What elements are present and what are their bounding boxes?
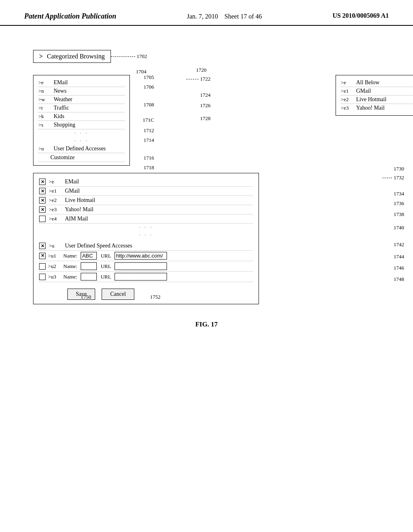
name-input-u2[interactable]: [81, 262, 97, 270]
ref-1748: 1748: [394, 276, 404, 283]
url-label-u2: URL: [101, 263, 111, 270]
url-label-u1: URL: [101, 253, 111, 259]
name-label-u1: Name:: [63, 253, 77, 259]
email-hotmail-row: >e2 Live Hotmail: [341, 96, 413, 104]
ref-1726: 1726: [200, 102, 211, 109]
cat-shopping-row: >s Shopping: [38, 121, 125, 129]
name-input-u1[interactable]: [81, 252, 97, 260]
speed-u1-key: >u1: [48, 253, 61, 259]
name-input-u3[interactable]: [81, 273, 97, 281]
cat-kids-label: Kids: [54, 113, 64, 120]
name-label-u3: Name:: [63, 274, 77, 280]
categorized-browsing-label: Categorized Browsing: [47, 53, 105, 60]
cat-email-label: EMail: [54, 79, 68, 86]
dot-separator-1: · · ·: [38, 129, 125, 137]
categorized-browsing-box: > Categorized Browsing: [33, 50, 111, 63]
dot-separator-2: · · ·: [38, 137, 125, 145]
cat-traffic-key: >t: [38, 105, 50, 111]
email-hotmail-label: Live Hotmail: [356, 96, 386, 103]
ref-1710: 171C: [143, 117, 154, 123]
ref-1752: 1752: [150, 294, 161, 300]
ref-1742: 1742: [394, 241, 404, 248]
cat-shopping-key: >s: [38, 122, 50, 128]
ref-1732: 1732: [394, 175, 404, 181]
checkbox-speed-header[interactable]: [39, 243, 46, 249]
email-allbelow-key: >e: [341, 79, 352, 86]
middle-section: >e EMail >n News >w Weather >t Traffic: [33, 75, 380, 166]
checkbox-gmail[interactable]: [39, 188, 46, 194]
check-gmail-row: >e1 GMail: [39, 187, 253, 196]
checkbox-aim[interactable]: [39, 216, 46, 222]
speed-u3-row: >u3 Name: URL: [39, 272, 253, 282]
dot-sep-bottom-2: · · ·: [39, 231, 253, 239]
ref-1744: 1744: [394, 254, 404, 260]
customize-row: Customize: [38, 153, 125, 162]
check-yahoo-row: >e3 Yahoo! Mail: [39, 205, 253, 214]
ref-1714: 1714: [144, 137, 154, 143]
cat-email-row: >e EMail: [38, 79, 125, 87]
ref-1738: 1738: [394, 211, 404, 218]
cat-kids-key: >k: [38, 113, 50, 120]
ref-1736: 1736: [394, 200, 404, 207]
url-input-u2[interactable]: [115, 262, 167, 270]
speed-u3-key: >u3: [48, 274, 61, 280]
cancel-button[interactable]: Cancel: [102, 289, 134, 300]
email-gmail-key: >e1: [341, 88, 352, 94]
check-yahoo-label: Yahoo! Mail: [65, 206, 94, 213]
cat-weather-key: >w: [38, 96, 50, 103]
checkbox-email[interactable]: [39, 179, 46, 185]
bottom-section: >e EMail >e1 GMail >e2 Live Hotmail >e3 …: [33, 173, 380, 304]
email-allbelow-label: All Below: [356, 79, 380, 86]
checkbox-hotmail[interactable]: [39, 197, 46, 204]
check-hotmail-label: Live Hotmail: [65, 197, 95, 204]
ref-1722-wrapper: 1722: [186, 76, 211, 82]
speed-u2-row: >u2 Name: URL: [39, 261, 253, 272]
email-gmail-row: >e1 GMail: [341, 87, 413, 96]
ref-1706: 1706: [144, 84, 154, 90]
cat-userdef-row: >u User Defined Accesses: [38, 145, 125, 153]
email-subbox: >e All Below >e1 GMail >e2 Live Hotmail …: [336, 75, 413, 116]
big-box: >e EMail >e1 GMail >e2 Live Hotmail >e3 …: [33, 173, 259, 304]
check-email-row: >e EMail: [39, 177, 253, 187]
check-yahoo-key: >e3: [49, 206, 62, 213]
speed-header-key: >u: [49, 243, 62, 249]
ref-1750: 1750: [81, 294, 91, 300]
ref-1724: 1724: [200, 92, 211, 98]
dot-sep-bottom-1: · · ·: [39, 224, 253, 231]
email-yahoo-key: >e3: [341, 105, 352, 111]
cat-news-row: >n News: [38, 87, 125, 96]
diagram-wrapper: > Categorized Browsing 1702 1704 >e: [33, 50, 380, 304]
url-input-u3[interactable]: [115, 273, 167, 281]
ref-1732-wrapper: 1732: [382, 175, 404, 181]
check-hotmail-key: >e2: [49, 197, 62, 204]
cat-news-label: News: [54, 88, 67, 94]
email-gmail-label: GMail: [356, 88, 371, 94]
checkbox-u1[interactable]: [39, 253, 46, 259]
email-allbelow-row: >e All Below: [341, 79, 413, 87]
cat-shopping-label: Shopping: [54, 122, 75, 128]
checkbox-yahoo[interactable]: [39, 206, 46, 213]
cat-email-key: >e: [38, 79, 50, 86]
cat-weather-label: Weather: [54, 96, 72, 103]
ref-1718: 1718: [144, 164, 154, 171]
publication-title: Patent Application Publication: [24, 12, 116, 21]
cat-kids-row: >k Kids: [38, 112, 125, 121]
url-input-u1[interactable]: [115, 252, 167, 260]
sheet-info: Sheet 17 of 46: [225, 13, 262, 20]
url-label-u3: URL: [101, 274, 111, 280]
check-aim-key: >e4: [49, 216, 62, 222]
ref-1734: 1734: [394, 191, 404, 197]
top-section: > Categorized Browsing 1702 1704: [33, 50, 380, 63]
categories-section: >e EMail >n News >w Weather >t Traffic: [33, 75, 130, 166]
customize-label: Customize: [50, 154, 75, 160]
cat-userdef-key: >u: [38, 145, 50, 152]
action-buttons: Save Cancel: [39, 289, 253, 300]
email-yahoo-row: >e3 Yahoo! Mail: [341, 104, 413, 112]
check-gmail-key: >e1: [49, 188, 62, 194]
checkbox-u2[interactable]: [39, 263, 46, 270]
header-center: Jan. 7, 2010 Sheet 17 of 46: [187, 12, 262, 21]
cat-traffic-label: Traffic: [54, 105, 69, 111]
speed-header-row: >u User Defined Speed Accesses: [39, 241, 253, 251]
checkbox-u3[interactable]: [39, 274, 46, 280]
check-email-key: >e: [49, 179, 62, 185]
